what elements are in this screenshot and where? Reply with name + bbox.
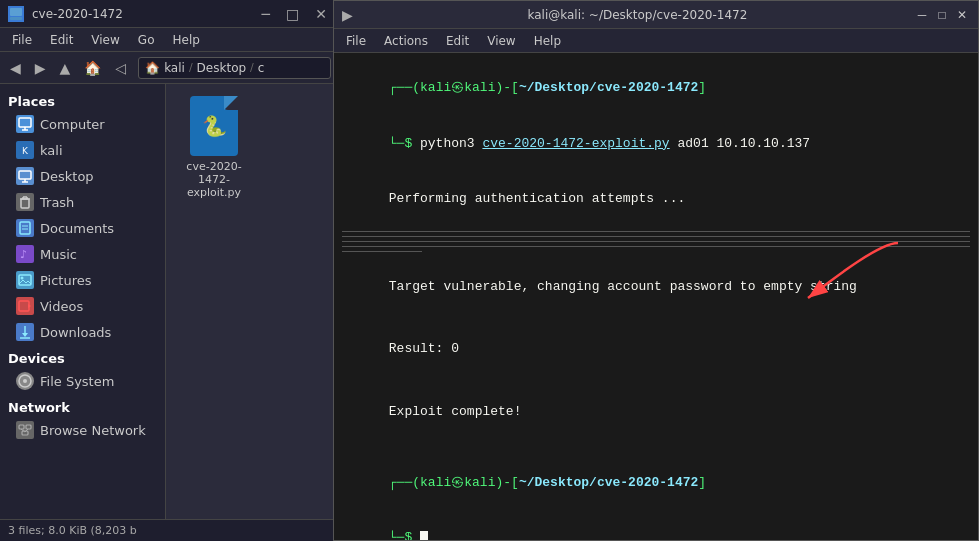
term-line-command: └─$ python3 cve-2020-1472-exploit.py ad0… [342,117,970,172]
term-win-controls: ─ □ ✕ [914,7,970,23]
file-item-exploit[interactable]: 🐍 cve-2020-1472-exploit.py [174,92,254,204]
svg-rect-1 [10,17,22,20]
fm-menu-help[interactable]: Help [164,31,207,49]
sidebar-devices-label: Devices [0,345,165,368]
term-body[interactable]: ┌──(kali㉿kali)-[~/Desktop/cve-2020-1472]… [334,53,978,540]
separator-3 [342,241,970,242]
term-minimize-btn[interactable]: ─ [914,7,930,23]
svg-rect-10 [21,199,29,208]
sidebar-desktop-label: Desktop [40,169,94,184]
fm-menu-view[interactable]: View [83,31,127,49]
location-kali[interactable]: kali [164,61,185,75]
computer-icon [16,115,34,133]
file-icon-py: 🐍 [190,96,238,156]
sidebar-videos-label: Videos [40,299,83,314]
svg-point-27 [23,379,27,383]
browse-network-icon [16,421,34,439]
term-line-target: Target vulnerable, changing account pass… [342,260,970,315]
term-menu-view[interactable]: View [479,32,523,50]
fm-back-btn[interactable]: ◀ [4,58,27,78]
svg-rect-7 [19,171,31,179]
fm-body: Places Computer K kali Desktop [0,84,339,519]
trash-icon [16,193,34,211]
fm-location-bar[interactable]: 🏠 kali / Desktop / c [138,57,331,79]
svg-text:♪: ♪ [20,248,27,261]
sidebar-trash-label: Trash [40,195,74,210]
file-name: cve-2020-1472-exploit.py [178,160,250,200]
term-close-btn[interactable]: ✕ [954,7,970,23]
prompt1-at: ㉿ [451,80,464,95]
prompt2-dollar: └─$ [389,530,412,540]
fm-close-btn[interactable]: ✕ [311,6,331,22]
fm-status-text: 3 files; 8.0 KiB (8,203 b [8,524,137,537]
filesystem-icon [16,372,34,390]
prompt1-bracket-close: ] [698,80,706,95]
fm-content-area: 🐍 cve-2020-1472-exploit.py [166,84,339,519]
term-menu-actions[interactable]: Actions [376,32,436,50]
prompt1-bracket-open: ┌──( [389,80,420,95]
fm-menu-file[interactable]: File [4,31,40,49]
svg-rect-19 [19,275,31,285]
fm-home-btn[interactable]: 🏠 [78,58,107,78]
term-line-prompt2-dollar: └─$ [342,511,970,540]
prompt2-host: kali [464,475,495,490]
sidebar-item-downloads[interactable]: Downloads [0,319,165,345]
cmd-file: cve-2020-1472-exploit.py [482,136,669,151]
fm-menu-edit[interactable]: Edit [42,31,81,49]
fm-up-btn[interactable]: ▲ [54,58,77,78]
fm-window-title: cve-2020-1472 [32,7,250,21]
prompt2-bracket-open: ┌──( [389,475,420,490]
svg-rect-28 [19,425,24,429]
fm-forward-btn[interactable]: ▶ [29,58,52,78]
sidebar-documents-label: Documents [40,221,114,236]
sidebar-item-browse-network[interactable]: Browse Network [0,417,165,443]
file-manager-window: cve-2020-1472 ─ □ ✕ File Edit View Go He… [0,0,340,541]
sidebar-item-videos[interactable]: Videos [0,293,165,319]
term-menu-file[interactable]: File [338,32,374,50]
fm-sidebar: Places Computer K kali Desktop [0,84,166,519]
sidebar-item-computer[interactable]: Computer [0,111,165,137]
term-menu-help[interactable]: Help [526,32,569,50]
sidebar-item-filesystem[interactable]: File System [0,368,165,394]
fm-prev-btn[interactable]: ◁ [109,58,132,78]
sidebar-item-kali[interactable]: K kali [0,137,165,163]
sidebar-computer-label: Computer [40,117,105,132]
desktop-icon [16,167,34,185]
videos-icon [16,297,34,315]
sidebar-network-label: Network [0,394,165,417]
prompt2-path: ~/Desktop/cve-2020-1472 [519,475,698,490]
sidebar-item-pictures[interactable]: Pictures [0,267,165,293]
term-window-title: kali@kali: ~/Desktop/cve-2020-1472 [361,8,914,22]
term-line-prompt2: ┌──(kali㉿kali)-[~/Desktop/cve-2020-1472] [342,455,970,510]
performing-text: Performing authentication attempts ... [389,191,685,206]
sidebar-item-trash[interactable]: Trash [0,189,165,215]
sidebar-item-desktop[interactable]: Desktop [0,163,165,189]
exploit-text: Exploit complete! [389,404,522,419]
location-cve[interactable]: c [258,61,265,75]
term-maximize-btn[interactable]: □ [934,7,950,23]
fm-menu-go[interactable]: Go [130,31,163,49]
term-line-prompt1: ┌──(kali㉿kali)-[~/Desktop/cve-2020-1472] [342,61,970,116]
sidebar-item-music[interactable]: ♪ Music [0,241,165,267]
fm-statusbar: 3 files; 8.0 KiB (8,203 b [0,519,339,541]
location-desktop[interactable]: Desktop [197,61,247,75]
prompt2-user: kali [420,475,451,490]
svg-rect-21 [19,301,29,311]
terminal-window: ▶ kali@kali: ~/Desktop/cve-2020-1472 ─ □… [333,0,979,541]
fm-maximize-btn[interactable]: □ [282,6,303,22]
prompt2-bracket-mid: )-[ [495,475,518,490]
sidebar-music-label: Music [40,247,77,262]
separator-1 [342,231,970,232]
documents-icon [16,219,34,237]
fm-window-icon [8,6,24,22]
python-logo: 🐍 [202,114,227,138]
svg-rect-15 [20,222,30,234]
fm-minimize-btn[interactable]: ─ [258,6,274,22]
music-icon: ♪ [16,245,34,263]
sidebar-places-label: Places [0,88,165,111]
cmd-args: ad01 10.10.10.137 [670,136,810,151]
svg-rect-29 [26,425,31,429]
sidebar-item-documents[interactable]: Documents [0,215,165,241]
term-menu-edit[interactable]: Edit [438,32,477,50]
location-icon: 🏠 [145,61,160,75]
